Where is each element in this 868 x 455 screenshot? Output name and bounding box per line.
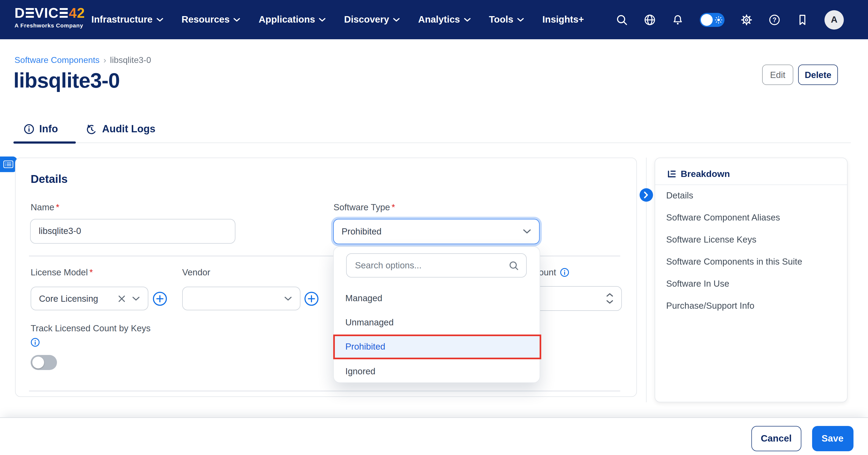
side-list-drawer-button[interactable] [0,157,17,172]
history-icon [86,123,97,135]
add-license-model-button[interactable] [153,291,167,306]
form-divider-bottom [29,391,620,391]
sun-icon [715,16,722,23]
tab-info[interactable]: Info [24,117,58,141]
vendor-select[interactable] [182,287,301,310]
dropdown-search-input[interactable] [354,260,509,271]
logo-letter-e [59,8,67,18]
theme-toggle[interactable] [700,12,724,27]
logo-letter-e [26,8,34,18]
notifications-bell-icon[interactable] [672,14,684,26]
chevron-down-icon [523,229,531,234]
option-managed[interactable]: Managed [334,286,539,310]
tab-bar: Info Audit Logs [0,113,868,144]
dropdown-options: Managed Unmanaged Prohibited Ignored [334,286,539,383]
name-input[interactable] [30,219,236,244]
device42-app: DVIC42 A Freshworks Company Infrastructu… [0,0,868,455]
add-vendor-button[interactable] [304,291,319,306]
delete-button[interactable]: Delete [798,64,838,85]
tab-info-label: Info [39,123,58,135]
breakdown-item-suite[interactable]: Software Components in this Suite [666,250,837,273]
info-circle-icon [24,124,34,135]
breadcrumb-current: libsqlite3-0 [110,55,151,64]
device42-logo[interactable]: DVIC42 A Freshworks Company [14,6,85,28]
breakdown-item-purchase[interactable]: Purchase/Support Info [666,294,837,316]
chevron-down-icon [517,18,524,22]
tab-bar-divider [13,142,851,143]
logo-tagline: A Freshworks Company [14,23,85,28]
menu-analytics[interactable]: Analytics [418,14,471,25]
chevron-down-icon [132,296,140,301]
menu-infrastructure[interactable]: Infrastructure [91,14,163,25]
chevron-down-icon [156,18,163,22]
number-stepper[interactable] [606,293,613,304]
vendor-label: Vendor [182,267,210,277]
chevron-right-icon [644,192,648,198]
help-icon[interactable]: ? [769,14,780,26]
footer-bar: Cancel Save [0,417,868,455]
info-icon[interactable] [560,267,569,277]
search-icon[interactable] [616,14,628,26]
user-avatar[interactable]: A [825,10,844,29]
license-model-select[interactable]: Core Licensing [30,287,148,310]
license-model-label: License Model* [31,267,93,277]
track-licensed-count-toggle[interactable] [31,355,57,370]
chevron-down-icon [319,18,326,22]
menu-discovery[interactable]: Discovery [344,14,400,25]
breakdown-item-license-keys[interactable]: Software License Keys [666,228,837,250]
top-navbar: DVIC42 A Freshworks Company Infrastructu… [0,0,868,39]
breakdown-panel: Breakdown Details Software Component Ali… [654,157,847,402]
clear-x-icon[interactable] [118,295,125,302]
chevron-down-icon [393,18,400,22]
chevron-down-icon [284,296,292,301]
breadcrumb: Software Components›libsqlite3-0 [14,55,151,65]
option-ignored[interactable]: Ignored [334,359,539,383]
main-menu: Infrastructure Resources Applications Di… [91,0,584,39]
details-heading: Details [31,173,68,186]
option-unmanaged[interactable]: Unmanaged [334,310,539,335]
menu-resources[interactable]: Resources [182,14,241,25]
panel-collapse-button[interactable] [639,188,653,202]
dropdown-search-box[interactable] [346,253,526,278]
globe-icon[interactable] [644,14,656,26]
software-type-select[interactable]: Prohibited [333,219,539,244]
breadcrumb-separator: › [103,55,106,64]
theme-toggle-knob [701,14,713,26]
breakdown-item-in-use[interactable]: Software In Use [666,273,837,294]
bookmark-icon[interactable] [797,14,808,26]
settings-gear-icon[interactable] [741,14,752,26]
required-asterisk: * [392,202,395,212]
name-label: Name* [31,202,59,212]
chevron-down-icon [606,300,613,304]
header-buttons: Edit Delete [762,64,838,85]
chevron-up-icon [606,293,613,296]
chevron-down-icon [234,18,241,22]
breakdown-item-details[interactable]: Details [666,184,837,206]
save-button[interactable]: Save [812,426,853,451]
edit-button[interactable]: Edit [762,64,793,85]
software-type-label: Software Type* [334,202,395,212]
tab-audit-logs-label: Audit Logs [102,123,155,135]
software-type-value: Prohibited [342,226,523,236]
breadcrumb-parent-link[interactable]: Software Components [14,55,100,64]
track-licensed-count-label: Track Licensed Count by Keys [31,323,151,334]
breakdown-heading: Breakdown [666,164,730,184]
list-icon [3,160,14,168]
active-tab-indicator [13,141,76,143]
toggle-knob [32,356,44,368]
page-title: libsqlite3-0 [13,69,120,92]
menu-insights[interactable]: Insights+ [542,14,584,25]
menu-tools[interactable]: Tools [489,14,524,25]
tab-audit-logs[interactable]: Audit Logs [86,117,155,141]
chevron-down-icon [464,18,471,22]
menu-applications[interactable]: Applications [259,14,326,25]
svg-text:?: ? [773,16,777,23]
navbar-actions: ? A [616,0,844,39]
option-prohibited[interactable]: Prohibited [334,335,539,359]
breakdown-items: Details Software Component Aliases Softw… [666,184,837,316]
info-icon[interactable] [31,338,40,347]
breakdown-item-aliases[interactable]: Software Component Aliases [666,206,837,228]
cancel-button[interactable]: Cancel [751,426,801,451]
logo-wordmark: DVIC42 [14,6,85,20]
software-type-dropdown: Managed Unmanaged Prohibited Ignored [333,246,540,383]
